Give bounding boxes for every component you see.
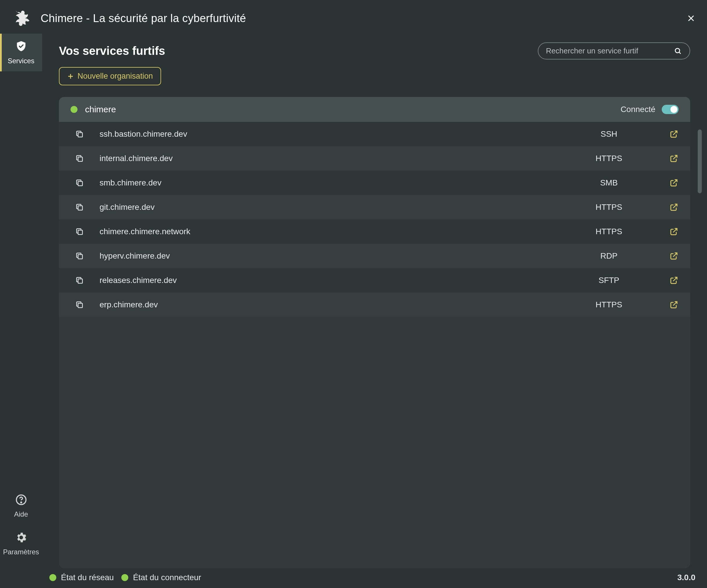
svg-rect-6 bbox=[78, 206, 82, 210]
svg-rect-7 bbox=[78, 230, 82, 235]
svg-rect-10 bbox=[78, 303, 82, 308]
services-panel: chimere Connecté ssh.bastion.chimere.dev… bbox=[59, 97, 690, 568]
svg-rect-4 bbox=[78, 157, 82, 161]
connection-toggle[interactable] bbox=[662, 105, 679, 114]
service-protocol: RDP bbox=[565, 251, 652, 261]
scrollbar-thumb[interactable] bbox=[698, 130, 702, 193]
service-row: releases.chimere.devSFTP bbox=[59, 268, 690, 292]
service-protocol: HTTPS bbox=[565, 227, 652, 236]
plus-icon bbox=[67, 73, 74, 80]
copy-icon[interactable] bbox=[75, 154, 84, 163]
footer: État du réseau État du connecteur 3.0.0 bbox=[0, 568, 707, 588]
service-protocol: HTTPS bbox=[565, 203, 652, 212]
open-external-icon[interactable] bbox=[669, 178, 679, 187]
service-domain: ssh.bastion.chimere.dev bbox=[96, 130, 565, 139]
service-row: chimere.chimere.networkHTTPS bbox=[59, 219, 690, 244]
service-protocol: SMB bbox=[565, 178, 652, 187]
svg-point-2 bbox=[675, 48, 680, 53]
status-dot-icon bbox=[121, 574, 128, 581]
app-logo-icon bbox=[11, 8, 32, 29]
copy-icon[interactable] bbox=[75, 203, 84, 212]
connection-status-text: Connecté bbox=[620, 105, 655, 114]
connector-status: État du connecteur bbox=[121, 573, 201, 582]
new-organization-button[interactable]: Nouvelle organisation bbox=[59, 67, 161, 85]
svg-rect-5 bbox=[78, 181, 82, 186]
close-icon[interactable] bbox=[687, 14, 696, 23]
open-external-icon[interactable] bbox=[669, 154, 679, 163]
open-external-icon[interactable] bbox=[669, 251, 679, 261]
network-status: État du réseau bbox=[49, 573, 114, 582]
service-protocol: HTTPS bbox=[565, 154, 652, 163]
copy-icon[interactable] bbox=[75, 227, 84, 236]
organization-name: chimere bbox=[85, 104, 116, 114]
service-domain: smb.chimere.dev bbox=[96, 178, 565, 187]
open-external-icon[interactable] bbox=[669, 276, 679, 285]
open-external-icon[interactable] bbox=[669, 130, 679, 139]
svg-rect-9 bbox=[78, 279, 82, 283]
svg-rect-8 bbox=[78, 254, 82, 259]
sidebar-item-label: Paramètres bbox=[3, 548, 39, 556]
shield-check-icon bbox=[15, 40, 28, 53]
gear-icon bbox=[15, 531, 28, 544]
service-protocol: SFTP bbox=[565, 276, 652, 285]
sidebar-item-services[interactable]: Services bbox=[0, 34, 42, 71]
main-content: Vos services furtifs Nouvelle organisati… bbox=[42, 34, 707, 568]
service-domain: erp.chimere.dev bbox=[96, 300, 565, 309]
service-protocol: HTTPS bbox=[565, 300, 652, 309]
search-container[interactable] bbox=[538, 42, 690, 60]
service-domain: git.chimere.dev bbox=[96, 203, 565, 212]
status-dot-icon bbox=[49, 574, 56, 581]
copy-icon[interactable] bbox=[75, 252, 84, 260]
copy-icon[interactable] bbox=[75, 130, 84, 138]
service-domain: releases.chimere.dev bbox=[96, 276, 565, 285]
sidebar: Services Aide Paramètres bbox=[0, 34, 42, 568]
service-domain: hyperv.chimere.dev bbox=[96, 251, 565, 261]
service-row: git.chimere.devHTTPS bbox=[59, 195, 690, 219]
service-row: hyperv.chimere.devRDP bbox=[59, 244, 690, 268]
service-row: internal.chimere.devHTTPS bbox=[59, 146, 690, 171]
service-row: ssh.bastion.chimere.devSSH bbox=[59, 122, 690, 146]
service-row: erp.chimere.devHTTPS bbox=[59, 292, 690, 317]
copy-icon[interactable] bbox=[75, 276, 84, 285]
header-left: Chimere - La sécurité par la cyberfurtiv… bbox=[11, 8, 246, 29]
svg-point-1 bbox=[21, 502, 22, 503]
page-title: Vos services furtifs bbox=[59, 44, 165, 58]
service-domain: chimere.chimere.network bbox=[96, 227, 565, 236]
open-external-icon[interactable] bbox=[669, 300, 679, 309]
service-list: ssh.bastion.chimere.devSSHinternal.chime… bbox=[59, 122, 690, 568]
app-title: Chimere - La sécurité par la cyberfurtiv… bbox=[41, 12, 246, 25]
sidebar-item-label: Services bbox=[7, 57, 34, 65]
help-circle-icon bbox=[15, 493, 28, 506]
service-domain: internal.chimere.dev bbox=[96, 154, 565, 163]
new-organization-label: Nouvelle organisation bbox=[77, 72, 153, 81]
app-version: 3.0.0 bbox=[677, 573, 696, 582]
sidebar-item-help[interactable]: Aide bbox=[0, 487, 42, 525]
organization-header: chimere Connecté bbox=[59, 97, 690, 122]
service-row: smb.chimere.devSMB bbox=[59, 171, 690, 195]
service-protocol: SSH bbox=[565, 130, 652, 139]
network-status-label: État du réseau bbox=[61, 573, 114, 582]
open-external-icon[interactable] bbox=[669, 203, 679, 212]
copy-icon[interactable] bbox=[75, 300, 84, 309]
search-input[interactable] bbox=[546, 46, 668, 56]
open-external-icon[interactable] bbox=[669, 227, 679, 236]
connector-status-label: État du connecteur bbox=[133, 573, 201, 582]
svg-rect-3 bbox=[78, 133, 82, 137]
app-header: Chimere - La sécurité par la cyberfurtiv… bbox=[0, 0, 707, 34]
sidebar-item-label: Aide bbox=[14, 510, 28, 518]
status-dot-icon bbox=[70, 106, 77, 113]
copy-icon[interactable] bbox=[75, 178, 84, 187]
search-icon[interactable] bbox=[674, 47, 682, 55]
sidebar-item-settings[interactable]: Paramètres bbox=[0, 525, 42, 562]
